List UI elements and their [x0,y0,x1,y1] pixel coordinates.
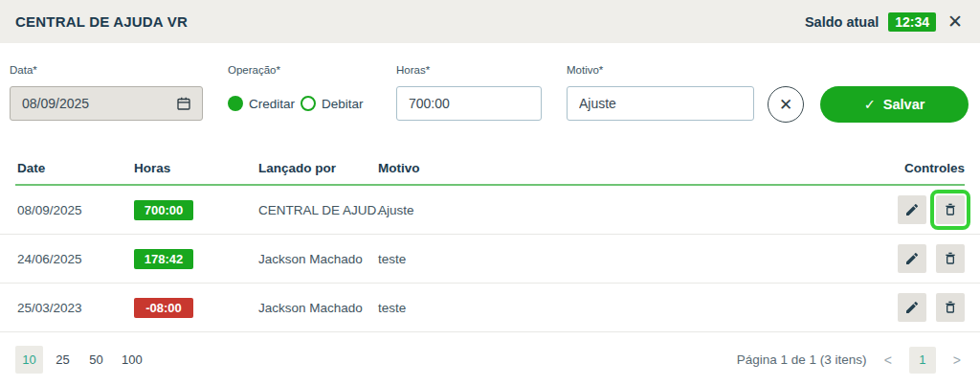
date-input[interactable] [10,86,203,121]
save-button[interactable]: ✓ Salvar [820,86,969,123]
calendar-icon[interactable] [175,95,192,112]
chevron-right-icon[interactable]: > [949,351,965,370]
pager: Página 1 de 1 (3 itens) < 1 > [737,347,965,374]
data-field-group: Data* [10,64,203,121]
saldo-atual-badge: 12:34 [888,12,936,32]
operacao-field-group: Operação* Creditar Debitar [228,64,381,121]
radio-debitar-label: Debitar [322,97,364,111]
cell-controls [850,195,965,224]
cell-lancado-por: CENTRAL DE AJUD... [258,203,378,217]
pagination-bar: 10 25 50 100 Página 1 de 1 (3 itens) < 1… [0,332,980,374]
cell-controls [850,244,965,273]
cell-motivo: teste [378,301,850,315]
hours-badge: -08:00 [134,298,193,318]
delete-button[interactable] [936,195,965,224]
cell-lancado-por: Jackson Machado [258,252,378,266]
check-icon: ✓ [864,97,876,112]
delete-button[interactable] [936,244,965,273]
col-header-lancado-por: Lançado por [258,161,378,175]
col-header-date: Date [17,161,134,175]
table-row: 25/03/2023 -08:00 Jackson Machado teste [0,284,980,332]
cell-lancado-por: Jackson Machado [258,301,378,315]
cell-date: 08/09/2025 [17,203,134,217]
cancel-button[interactable]: ✕ [768,86,804,123]
panel-header: CENTRAL DE AJUDA VR Saldo atual 12:34 ✕ [0,0,980,43]
page-size-10[interactable]: 10 [15,346,43,374]
data-label: Data* [10,64,203,79]
header-right: Saldo atual 12:34 ✕ [805,12,965,32]
cell-motivo: teste [378,252,850,266]
page-size-50[interactable]: 50 [82,346,110,374]
cell-controls [850,293,965,322]
page-size-100[interactable]: 100 [116,346,148,374]
motivo-label: Motivo* [567,64,754,79]
col-header-horas: Horas [134,161,258,175]
page-title: CENTRAL DE AJUDA VR [15,13,188,30]
entries-table: Date Horas Lançado por Motivo Controles … [0,155,980,332]
radio-debitar[interactable]: Debitar [301,96,364,111]
hours-badge: 700:00 [134,200,193,220]
delete-button[interactable] [936,293,965,322]
cancel-x-icon: ✕ [779,97,792,113]
pencil-icon [904,202,920,217]
pencil-icon [904,300,920,315]
motivo-input[interactable] [567,86,754,121]
pencil-icon [904,251,920,266]
trash-icon [943,202,958,217]
page-info: Página 1 de 1 (3 itens) [737,352,867,367]
operacao-radio-group: Creditar Debitar [228,86,381,121]
radio-creditar-label: Creditar [249,97,295,111]
trash-icon [943,251,958,266]
chevron-left-icon[interactable]: < [880,351,896,370]
trash-icon [943,300,958,315]
horas-input[interactable] [396,86,542,121]
cell-date: 24/06/2025 [17,252,134,266]
hours-badge: 178:42 [134,249,193,269]
table-row: 24/06/2025 178:42 Jackson Machado teste [0,235,980,284]
save-button-label: Salvar [883,97,925,112]
cell-motivo: Ajuste [378,203,850,217]
col-header-controles: Controles [850,161,965,175]
page-size-group: 10 25 50 100 [15,346,148,374]
saldo-atual-label: Saldo atual [805,14,879,30]
page-size-25[interactable]: 25 [49,346,77,374]
entry-form: Data* Operação* Creditar Debitar Horas* [0,43,980,123]
edit-button[interactable] [898,195,926,224]
horas-label: Horas* [396,64,542,79]
edit-button[interactable] [898,244,926,273]
radio-unselected-icon[interactable] [301,96,316,111]
cell-date: 25/03/2023 [17,301,134,315]
radio-selected-icon[interactable] [228,96,243,111]
edit-button[interactable] [898,293,926,322]
date-value[interactable] [22,96,137,111]
page-number-1[interactable]: 1 [909,347,936,374]
radio-creditar[interactable]: Creditar [228,96,295,111]
close-icon[interactable]: ✕ [946,12,965,31]
col-header-motivo: Motivo [378,161,850,175]
table-header-row: Date Horas Lançado por Motivo Controles [0,155,980,180]
horas-field-group: Horas* [396,64,542,121]
motivo-field-group: Motivo* [567,64,754,121]
operacao-label: Operação* [228,64,381,79]
table-row: 08/09/2025 700:00 CENTRAL DE AJUD... Aju… [0,186,980,235]
